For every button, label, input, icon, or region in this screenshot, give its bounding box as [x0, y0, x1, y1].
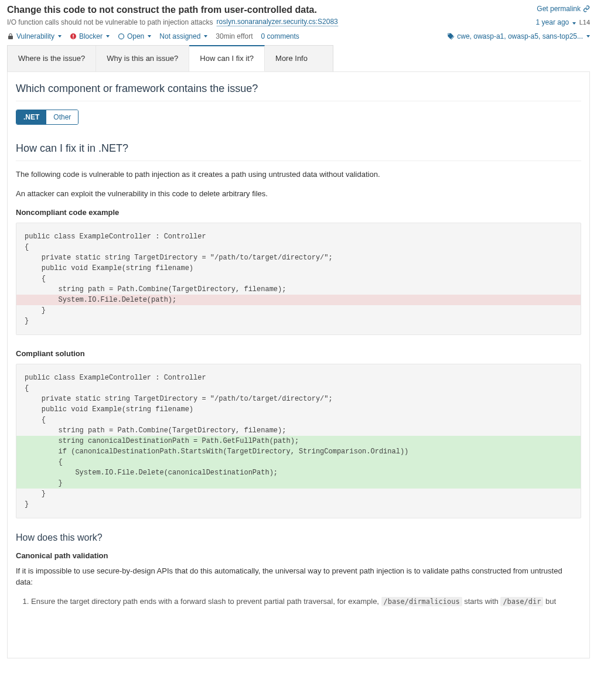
framework-pills: .NET Other	[16, 110, 79, 125]
canonical-heading: Canonical path validation	[16, 551, 581, 560]
code-line: {	[16, 274, 581, 284]
compliant-code-block: public class ExampleController : Control…	[16, 364, 581, 518]
issue-title: Change this code to not construct the pa…	[7, 5, 317, 15]
assignee-dropdown[interactable]: Not assigned	[159, 32, 207, 40]
pill-net[interactable]: .NET	[16, 110, 46, 124]
code-line: {	[16, 242, 581, 252]
line-badge: L14	[579, 19, 590, 26]
tabs-bar: Where is the issue? Why is this an issue…	[7, 45, 333, 72]
code-line: System.IO.File.Delete(canonicalDestinati…	[16, 467, 581, 478]
severity-dropdown[interactable]: Blocker	[70, 32, 110, 40]
inline-code: /base/dirmalicious	[381, 597, 462, 606]
code-line: }	[16, 316, 581, 326]
tab-how-fix[interactable]: How can I fix it?	[189, 45, 265, 71]
compliant-heading: Compliant solution	[16, 349, 581, 358]
code-line: public class ExampleController : Control…	[16, 373, 581, 383]
code-line: public void Example(string filename)	[16, 263, 581, 274]
pill-other[interactable]: Other	[46, 110, 78, 124]
code-line: {	[16, 457, 581, 467]
lock-icon	[7, 33, 14, 40]
code-line: {	[16, 383, 581, 394]
code-line: string path = Path.Combine(TargetDirecto…	[16, 425, 581, 436]
code-line: public void Example(string filename)	[16, 404, 581, 415]
code-line: {	[16, 415, 581, 425]
link-icon	[583, 5, 590, 12]
tags-icon	[446, 32, 455, 40]
noncompliant-code-block: public class ExampleController : Control…	[16, 223, 581, 335]
svg-rect-2	[73, 37, 74, 39]
code-line: }	[16, 499, 581, 510]
code-line: }	[16, 489, 581, 499]
code-line: }	[16, 305, 581, 316]
code-line: string canonicalDestinationPath = Path.G…	[16, 436, 581, 446]
code-line: System.IO.File.Delete(path);	[16, 295, 581, 305]
tags-dropdown[interactable]: cwe, owasp-a1, owasp-a5, sans-top25...	[446, 32, 590, 40]
description-para-2: An attacker can exploit the vulnerabilit…	[16, 189, 581, 200]
content-scroll-region[interactable]: Which component or framework contains th…	[8, 72, 589, 658]
svg-point-3	[118, 34, 124, 39]
code-line: public class ExampleController : Control…	[16, 231, 581, 242]
list-item: Ensure the target directory path ends wi…	[31, 596, 581, 607]
status-dropdown[interactable]: Open	[118, 32, 151, 40]
code-line: private static string TargetDirectory = …	[16, 252, 581, 263]
issue-subtitle: I/O function calls should not be vulnera…	[7, 18, 213, 26]
code-line: private static string TargetDirectory = …	[16, 394, 581, 404]
canonical-para: If it is impossible to use secure-by-des…	[16, 566, 581, 588]
inline-code: /base/dir	[500, 597, 543, 606]
issue-age[interactable]: 1 year ago	[536, 18, 576, 26]
noncompliant-heading: Noncompliant code example	[16, 208, 581, 217]
code-line: if (canonicalDestinationPath.StartsWith(…	[16, 446, 581, 457]
how-works-heading: How does this work?	[16, 532, 581, 543]
code-line: }	[16, 478, 581, 489]
description-para-1: The following code is vulnerable to path…	[16, 169, 581, 180]
component-section-heading: Which component or framework contains th…	[16, 83, 581, 101]
code-line: string path = Path.Combine(TargetDirecto…	[16, 284, 581, 295]
tab-more-info[interactable]: More Info	[265, 46, 318, 71]
effort-label: 30min effort	[216, 32, 253, 40]
permalink-link[interactable]: Get permalink	[537, 5, 590, 13]
comments-link[interactable]: 0 comments	[261, 32, 299, 40]
validation-list: Ensure the target directory path ends wi…	[16, 596, 581, 607]
permalink-label: Get permalink	[537, 5, 581, 13]
tab-why[interactable]: Why is this an issue?	[96, 46, 189, 71]
open-status-icon	[118, 33, 125, 40]
blocker-icon	[70, 33, 77, 40]
issue-type-dropdown[interactable]: Vulnerability	[7, 32, 62, 40]
svg-rect-1	[73, 35, 74, 37]
fix-section-heading: How can I fix it in .NET?	[16, 142, 581, 161]
tab-where[interactable]: Where is the issue?	[8, 46, 96, 71]
rule-link[interactable]: roslyn.sonaranalyzer.security.cs:S2083	[217, 18, 338, 26]
